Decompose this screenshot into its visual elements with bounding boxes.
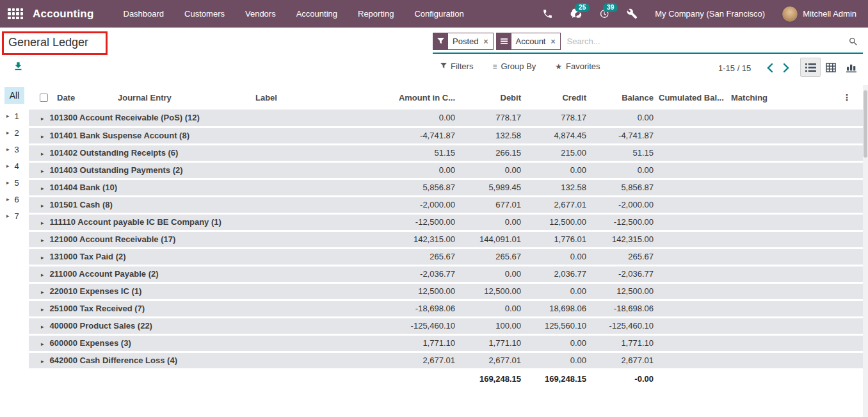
group-name-cell[interactable]: ▸131000 Tax Paid (2) [29,248,349,265]
debug-tools-icon[interactable] [618,0,646,28]
expand-caret-icon: ▸ [41,341,44,347]
group-name-cell[interactable]: ▸121000 Account Receivable (17) [29,231,349,248]
account-group-row[interactable]: ▸101300 Account Receivable (PoS) (12)0.0… [29,110,863,127]
group-name-cell[interactable]: ▸101401 Bank Suspense Account (8) [29,127,349,144]
expand-caret-icon: ▸ [41,254,44,261]
account-group-name: 211000 Account Payable (2) [50,269,159,279]
account-group-row[interactable]: ▸101501 Cash (8)-2,000.00677.012,677.01-… [29,196,863,213]
app-name[interactable]: Accounting [33,8,94,20]
account-group-row[interactable]: ▸642000 Cash Difference Loss (4)2,677.01… [29,352,863,369]
group-by-button[interactable]: ≡ Group By [492,61,536,71]
graph-view-icon[interactable] [841,58,862,77]
group-name-cell[interactable]: ▸600000 Expenses (3) [29,334,349,352]
search-icon[interactable] [844,37,863,47]
group-level-item[interactable]: ▸7 [0,208,29,224]
group-name-cell[interactable]: ▸251000 Tax Received (7) [29,300,349,317]
group-level-item[interactable]: ▸3 [0,141,29,158]
cell-credit: 12,500.00 [524,213,589,231]
column-header-journal-entry[interactable]: Journal Entry [115,85,253,110]
account-group-name: 101300 Account Receivable (PoS) (12) [50,113,200,122]
group-level-item[interactable]: ▸2 [0,124,29,141]
account-group-row[interactable]: ▸600000 Expenses (3)1,771.101,771.100.00… [29,334,863,352]
group-level-item[interactable]: ▸4 [0,158,29,174]
group-name-cell[interactable]: ▸101501 Cash (8) [29,196,349,213]
select-all-checkbox[interactable] [40,94,48,102]
column-header-label[interactable]: Label [253,85,349,110]
column-header-amount[interactable]: Amount in C... [349,85,458,110]
activities-icon[interactable]: 39 [590,0,618,28]
expand-caret-icon: ▸ [6,213,10,219]
column-header-matching[interactable]: Matching [728,85,775,110]
cell-cumulated-balance [656,282,728,300]
column-header-date[interactable]: Date [54,85,115,110]
cell-credit: 132.58 [524,179,589,196]
group-name-cell[interactable]: ▸111110 Account payable IC BE Company (1… [29,213,349,231]
account-group-row[interactable]: ▸121000 Account Receivable (17)142,315.0… [29,231,863,248]
group-name-cell[interactable]: ▸400000 Product Sales (22) [29,317,349,334]
group-name-cell[interactable]: ▸101404 Bank (10) [29,179,349,196]
pivot-view-icon[interactable] [821,58,841,77]
account-group-row[interactable]: ▸101401 Bank Suspense Account (8)-4,741.… [29,127,863,144]
annotation-highlight: General Ledger [2,31,108,55]
facet-label: Account [511,33,551,49]
expand-caret-icon: ▸ [6,196,10,202]
company-switcher[interactable]: My Company (San Francisco) [655,9,765,19]
group-level-item[interactable]: ▸6 [0,191,29,208]
user-avatar[interactable] [782,6,798,22]
top-menu-item[interactable]: Vendors [235,0,286,28]
account-group-row[interactable]: ▸111110 Account payable IC BE Company (1… [29,213,863,231]
list-view-icon[interactable] [800,58,821,77]
account-group-row[interactable]: ▸131000 Tax Paid (2)265.67265.670.00265.… [29,248,863,265]
top-menu-item[interactable]: Configuration [404,0,474,28]
cell-balance: 142,315.00 [589,231,656,248]
scrollbar-thumb[interactable] [864,90,867,158]
cell-balance: -125,460.10 [589,317,656,334]
pager-next-icon[interactable] [778,61,794,74]
group-name-cell[interactable]: ▸101403 Outstanding Payments (2) [29,161,349,179]
cell-cumulated-balance [656,352,728,369]
account-group-row[interactable]: ▸211000 Account Payable (2)-2,036.770.00… [29,265,863,282]
apps-menu-icon[interactable] [8,8,23,19]
cell-credit: 2,036.77 [524,265,589,282]
group-name-cell[interactable]: ▸220010 Expenses IC (1) [29,282,349,300]
filters-button[interactable]: Filters [440,61,473,71]
column-header-credit[interactable]: Credit [524,85,589,110]
group-name-cell[interactable]: ▸101402 Outstanding Receipts (6) [29,144,349,161]
pager-previous-icon[interactable] [761,61,778,74]
account-group-row[interactable]: ▸101402 Outstanding Receipts (6)51.15266… [29,144,863,161]
group-name-cell[interactable]: ▸211000 Account Payable (2) [29,265,349,282]
account-group-row[interactable]: ▸400000 Product Sales (22)-125,460.10100… [29,317,863,334]
top-menu-item[interactable]: Dashboard [113,0,175,28]
vertical-scrollbar[interactable] [863,85,868,417]
top-menu-item[interactable]: Reporting [348,0,404,28]
group-name-cell[interactable]: ▸101300 Account Receivable (PoS) (12) [29,110,349,127]
column-header-cumulated-balance[interactable]: Cumulated Bal... [656,85,728,110]
optional-columns-icon[interactable]: ⋮ [841,92,853,102]
account-group-row[interactable]: ▸251000 Tax Received (7)-18,698.060.0018… [29,300,863,317]
search-input[interactable] [563,37,844,46]
messages-icon[interactable]: 25 [561,0,590,28]
cell-matching [728,334,775,352]
cell-credit: 18,698.06 [524,300,589,317]
export-download-icon[interactable] [13,61,24,74]
expand-all-button[interactable]: All [4,87,24,104]
account-group-row[interactable]: ▸220010 Expenses IC (1)12,500.0012,500.0… [29,282,863,300]
phone-icon[interactable] [533,0,561,28]
group-level-item[interactable]: ▸5 [0,174,29,191]
account-group-row[interactable]: ▸101404 Bank (10)5,856.875,989.45132.585… [29,179,863,196]
facet-remove-icon[interactable]: × [550,33,559,49]
expand-caret-icon: ▸ [41,220,44,226]
cell-balance: -18,698.06 [589,300,656,317]
account-group-name: 101404 Bank (10) [50,183,118,192]
group-name-cell[interactable]: ▸642000 Cash Difference Loss (4) [29,352,349,369]
favorites-button[interactable]: ★ Favorites [555,61,600,71]
user-menu[interactable]: Mitchell Admin [803,9,856,19]
account-group-name: 101501 Cash (8) [50,200,113,209]
group-level-item[interactable]: ▸1 [0,108,29,124]
top-menu-item[interactable]: Customers [174,0,235,28]
account-group-row[interactable]: ▸101403 Outstanding Payments (2)0.000.00… [29,161,863,179]
column-header-balance[interactable]: Balance [589,85,656,110]
column-header-debit[interactable]: Debit [458,85,524,110]
facet-remove-icon[interactable]: × [483,33,492,49]
top-menu-item[interactable]: Accounting [286,0,348,28]
